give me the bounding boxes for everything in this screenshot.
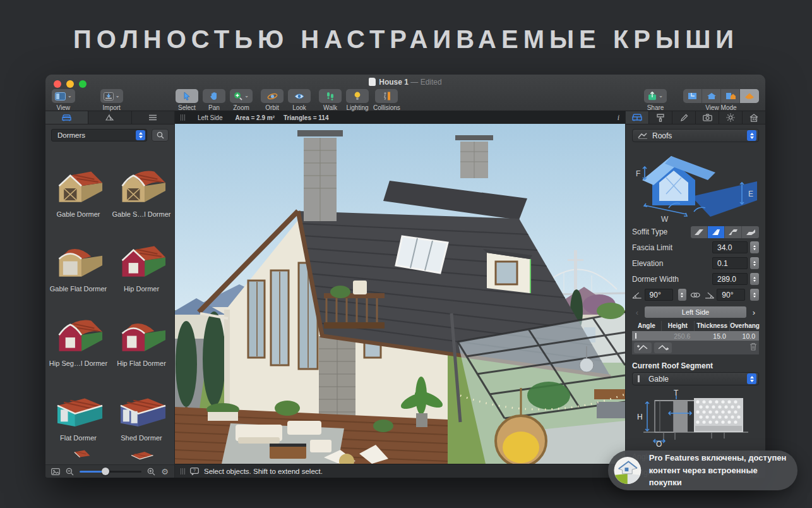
diagram-label-e: E (748, 190, 753, 198)
dormer-thumbnail (52, 164, 104, 206)
soffit-option-1[interactable] (691, 226, 708, 238)
3d-viewport[interactable] (175, 124, 625, 464)
dropdown-chevrons-icon (136, 130, 145, 140)
tab-camera[interactable] (696, 111, 719, 124)
select-tool[interactable]: Select (176, 89, 198, 111)
view-mode-3d-roof[interactable] (740, 89, 759, 103)
elevation-field[interactable]: 0.1 (712, 257, 748, 269)
soffit-option-3[interactable] (725, 226, 742, 238)
search-button[interactable] (152, 129, 169, 142)
panel-drag-handle[interactable] (181, 114, 185, 121)
table-row[interactable]: 250.6 15.0 10.0 (632, 331, 759, 341)
gear-icon[interactable]: ⚙ (161, 468, 169, 476)
dormer-thumbnail (52, 239, 104, 281)
status-drag-handle[interactable] (181, 468, 185, 475)
toolbar: ⌄ View ⌄ Import Select Pan (45, 89, 765, 111)
zoom-tool[interactable]: ⌄ Zoom (230, 89, 253, 111)
segment-type-dropdown[interactable]: Gable (632, 372, 759, 385)
col-height[interactable]: Height (661, 321, 694, 331)
gable-glyph-icon (638, 375, 640, 382)
dormer-width-stepper[interactable] (750, 273, 759, 285)
list-item[interactable] (110, 447, 173, 464)
orbit-tool[interactable]: Orbit (261, 89, 284, 111)
slider-knob[interactable] (102, 468, 109, 475)
delete-segment-button[interactable] (749, 342, 757, 353)
list-item[interactable]: Hip Seg…l Dormer (47, 298, 110, 372)
materials-icon (105, 114, 114, 121)
zoom-out-icon[interactable] (66, 468, 74, 476)
tab-materials-inspector[interactable] (649, 111, 672, 124)
prev-side-button[interactable]: ‹ (632, 308, 642, 317)
list-item[interactable]: Hip Flat Dormer (110, 298, 173, 372)
fascia-limit-stepper[interactable] (750, 241, 759, 253)
link-icon[interactable] (690, 292, 701, 298)
tab-edit[interactable] (672, 111, 696, 124)
add-segment-end-button[interactable] (654, 342, 672, 353)
soffit-option-4[interactable] (742, 226, 759, 238)
pan-tool[interactable]: Pan (203, 89, 225, 111)
dormer-width-field[interactable]: 289.0 (712, 273, 748, 285)
fascia-limit-field[interactable]: 34.0 (712, 241, 748, 253)
status-hint-text: Select objects. Shift to extend select. (204, 468, 323, 475)
search-icon (157, 131, 164, 139)
collisions-icon (383, 92, 391, 100)
tab-list[interactable] (132, 111, 174, 124)
tab-object-properties[interactable] (626, 111, 649, 124)
view-mode-split[interactable] (721, 89, 740, 103)
3d-scene (175, 124, 625, 464)
roofs-category-dropdown[interactable]: Roofs (632, 129, 759, 142)
share-tool[interactable]: ⌄ Share (644, 89, 667, 111)
list-item[interactable]: Gable S…l Dormer (110, 148, 173, 223)
cursor-icon (183, 92, 191, 100)
tab-building[interactable] (743, 111, 765, 124)
soffit-option-2[interactable] (708, 226, 725, 238)
pro-features-line2: контент через встроенные покупки (649, 464, 789, 489)
list-item[interactable]: Gable Dormer (47, 148, 110, 223)
pro-features-badge: Pro Features включены, доступен контент … (608, 451, 797, 490)
segment-type-value: Gable (648, 375, 669, 384)
dormer-thumbnail (116, 388, 167, 430)
angle-right-field[interactable]: 90° (717, 289, 745, 301)
walk-tool[interactable]: Walk (319, 89, 342, 111)
elevation-stepper[interactable] (750, 257, 759, 269)
col-angle[interactable]: Angle (632, 321, 661, 331)
segment-type-glyph (635, 333, 636, 339)
list-item[interactable]: Flat Dormer (47, 372, 110, 447)
angle-right-stepper[interactable] (750, 289, 759, 301)
list-item[interactable]: Gable Flat Dormer (47, 223, 110, 298)
info-icon[interactable]: i (618, 113, 619, 123)
image-view-icon[interactable] (51, 468, 60, 475)
angle-left-field[interactable]: 90° (645, 289, 673, 301)
list-item[interactable]: Shed Dormer (110, 372, 173, 447)
tab-materials[interactable] (88, 111, 131, 124)
lighting-tool[interactable]: Lighting (346, 89, 369, 111)
angle-left-stepper[interactable] (678, 289, 687, 301)
dormer-width-row: Dormer Width 289.0 (632, 271, 759, 287)
elevation-row: Elevation 0.1 (632, 255, 759, 271)
fascia-limit-row: Fascia Limit 34.0 (632, 239, 759, 255)
diagram-label-t: T (674, 389, 679, 397)
zoom-in-icon[interactable] (147, 468, 155, 476)
inspector-tabs (626, 111, 765, 124)
dormer-thumbnail (52, 313, 104, 355)
collisions-tool[interactable]: Collisions (373, 89, 400, 111)
tab-daylight[interactable] (719, 111, 743, 124)
tab-objects[interactable] (45, 111, 88, 124)
view-mode-2d-plan[interactable] (683, 89, 702, 103)
add-segment-start-button[interactable] (634, 342, 652, 353)
col-overhang[interactable]: Overhang (730, 321, 759, 331)
fascia-limit-label: Fascia Limit (632, 243, 712, 252)
window-title: House 1 — Edited (45, 78, 765, 87)
import-tool[interactable]: ⌄ Import (100, 89, 123, 111)
view-mode-elevation[interactable] (702, 89, 721, 103)
col-thickness[interactable]: Thickness (694, 321, 729, 331)
thumbnail-size-slider[interactable] (80, 471, 141, 473)
dormer-diagram: F W E (632, 146, 759, 223)
next-side-button[interactable]: › (749, 308, 759, 317)
list-item[interactable]: Hip Dormer (110, 223, 173, 298)
category-dropdown[interactable]: Dormers (51, 129, 147, 142)
list-item[interactable] (47, 447, 110, 464)
dormer-thumbnail (116, 239, 167, 281)
look-tool[interactable]: Look (288, 89, 311, 111)
view-tool[interactable]: ⌄ View (52, 89, 75, 111)
